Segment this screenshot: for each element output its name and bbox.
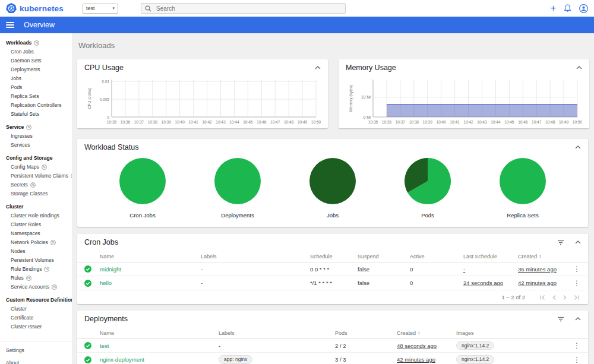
namespaced-badge: N	[34, 40, 39, 46]
sidebar-item[interactable]: Config and Storage	[0, 154, 72, 163]
column-header-created[interactable]: Created↑	[518, 254, 571, 259]
deployments-card: Deployments Name	[77, 311, 588, 364]
kubernetes-logo[interactable]: kubernetes	[6, 3, 64, 14]
row-menu-icon[interactable]: ⋮	[571, 341, 582, 350]
namespaced-badge: N	[44, 267, 49, 272]
namespace-select[interactable]: test ▾	[83, 4, 118, 14]
menu-hamburger-icon[interactable]	[6, 22, 14, 28]
memory-usage-card: Memory Usage 10:3510:3610:3710:3810:3910…	[339, 59, 589, 128]
sidebar-item[interactable]: Cluster Issuer	[0, 322, 72, 331]
column-header-labels[interactable]: Labels	[201, 254, 310, 259]
sidebar-item[interactable]: Stateful Sets	[0, 110, 72, 119]
svg-text:10:49: 10:49	[298, 120, 308, 124]
column-header-suspend[interactable]: Suspend	[358, 254, 410, 259]
sidebar-item[interactable]: Settings	[0, 344, 72, 357]
column-header-schedule[interactable]: Schedule	[310, 254, 358, 259]
svg-text:10:41: 10:41	[450, 120, 460, 124]
svg-text:0: 0	[107, 115, 109, 119]
column-header-active[interactable]: Active	[410, 254, 463, 259]
sidebar-item[interactable]: Namespaces	[0, 229, 72, 238]
column-header-labels[interactable]: Labels	[219, 330, 335, 336]
sidebar-item[interactable]: Ingresses	[0, 132, 72, 141]
filter-icon[interactable]	[557, 316, 564, 322]
sidebar-item[interactable]: Roles N	[0, 274, 72, 283]
sidebar-item[interactable]: Deployments	[0, 65, 72, 74]
collapse-icon[interactable]	[575, 317, 581, 321]
create-resource-button[interactable]: +	[551, 4, 556, 13]
row-menu-icon[interactable]: ⋮	[571, 265, 582, 273]
image-chip: nginx:1.14.2	[456, 355, 494, 364]
sidebar-item[interactable]: Services	[0, 141, 72, 150]
sidebar-item-label: Cluster	[11, 305, 27, 314]
cell-schedule: 0 0 * * *	[310, 266, 358, 273]
sidebar-item[interactable]: Cluster Role Bindings	[0, 211, 72, 220]
sidebar-item[interactable]: Daemon Sets	[0, 56, 72, 65]
sidebar-item[interactable]: Cluster	[0, 305, 72, 314]
svg-text:0 Mi: 0 Mi	[364, 115, 371, 119]
row-menu-icon[interactable]: ⋮	[571, 356, 582, 364]
sidebar-item[interactable]: Jobs	[0, 74, 72, 83]
card-title: CPU Usage	[84, 64, 124, 72]
cell-pods: 2 / 2	[335, 343, 397, 349]
cell-suspend: false	[358, 280, 410, 286]
notifications-bell-icon[interactable]	[564, 4, 571, 12]
column-header-name[interactable]: Name	[100, 254, 201, 259]
sidebar-item[interactable]: Nodes	[0, 247, 72, 256]
collapse-icon[interactable]	[576, 66, 582, 69]
column-header-last-schedule[interactable]: Last Schedule	[463, 254, 518, 259]
deployments-table-header: Name Labels Pods Created↑ Images	[77, 327, 588, 339]
resource-link[interactable]: hello	[100, 280, 201, 286]
top-header: kubernetes test ▾ +	[0, 0, 594, 17]
sidebar-item[interactable]: Persistent Volume Claims N	[0, 172, 72, 181]
sidebar-item[interactable]: Config Maps N	[0, 163, 72, 172]
sidebar-item[interactable]: Cluster	[0, 202, 72, 211]
cell-suspend: false	[358, 266, 410, 273]
svg-text:10:42: 10:42	[202, 120, 212, 124]
collapse-icon[interactable]	[315, 66, 321, 69]
sidebar-item[interactable]: Secrets N	[0, 181, 72, 189]
column-header-pods[interactable]: Pods	[335, 330, 397, 336]
search-bar[interactable]	[141, 3, 346, 14]
cell-schedule: */1 * * * *	[310, 280, 358, 286]
column-header-images[interactable]: Images	[456, 330, 571, 336]
workload-status-chart: Deployments	[190, 158, 285, 219]
resource-link[interactable]: test	[100, 343, 219, 349]
collapse-icon[interactable]	[575, 240, 581, 244]
last-page-button[interactable]	[573, 295, 580, 300]
svg-text:10:35: 10:35	[368, 120, 378, 124]
label-chip: app: nginx	[219, 355, 252, 364]
table-row: midnight - 0 0 * * * false 0 - 36 minute…	[77, 262, 588, 276]
resource-link[interactable]: midnight	[100, 266, 201, 273]
filter-icon[interactable]	[557, 240, 564, 245]
search-input[interactable]	[155, 5, 342, 12]
sidebar-item[interactable]: Custom Resource Definitions	[0, 296, 72, 305]
sidebar-item[interactable]: Workloads N	[0, 39, 72, 48]
column-header-name[interactable]: Name	[100, 330, 219, 336]
sidebar-item-label: Ingresses	[11, 132, 33, 141]
sidebar-item[interactable]: About	[0, 357, 72, 364]
sidebar-item[interactable]: Service N	[0, 123, 72, 132]
row-menu-icon[interactable]: ⋮	[571, 279, 582, 287]
sidebar-item[interactable]: Network Policies N	[0, 238, 72, 247]
sidebar-item[interactable]: Cron Jobs	[0, 48, 72, 56]
page-title: Workloads	[78, 41, 588, 50]
resource-link[interactable]: nginx-deployment	[100, 356, 219, 363]
cron-jobs-table-header: Name Labels Schedule Suspend Active Last…	[77, 251, 588, 262]
sidebar-item[interactable]: Service Accounts N	[0, 283, 72, 292]
column-header-created[interactable]: Created↑	[397, 330, 456, 336]
sidebar-item[interactable]: Role Bindings N	[0, 265, 72, 274]
sidebar-item[interactable]: Pods	[0, 83, 72, 92]
sidebar-item[interactable]: Storage Classes	[0, 189, 72, 198]
next-page-button[interactable]	[563, 295, 567, 300]
sidebar-item[interactable]: Replica Sets	[0, 92, 72, 101]
sidebar-item[interactable]: Certificate	[0, 314, 72, 322]
account-icon[interactable]	[579, 4, 588, 13]
sidebar-item[interactable]: Cluster Roles	[0, 220, 72, 229]
sidebar-item[interactable]: Persistent Volumes	[0, 256, 72, 265]
first-page-button[interactable]	[539, 295, 546, 300]
workload-status-pie	[405, 158, 451, 204]
previous-page-button[interactable]	[552, 295, 557, 300]
svg-text:10:48: 10:48	[545, 120, 555, 124]
collapse-icon[interactable]	[575, 145, 581, 149]
sidebar-item[interactable]: Replication Controllers	[0, 101, 72, 110]
